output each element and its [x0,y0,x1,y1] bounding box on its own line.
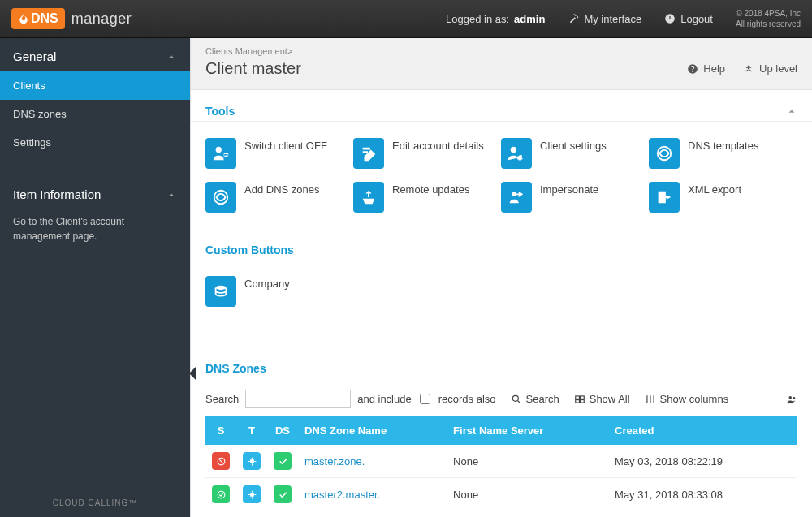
custom-button-company[interactable]: Company [197,269,345,313]
sidebar-section-item-info[interactable]: Item Information [0,176,190,209]
logout-link[interactable]: Logout [664,13,713,25]
svg-rect-15 [250,493,253,496]
svg-point-10 [789,395,793,399]
section-tools-header[interactable]: Tools [191,95,812,122]
status-off-icon [216,456,227,467]
flame-icon [18,13,29,24]
type-badge[interactable] [243,485,261,503]
type-icon [247,489,257,500]
export-icon [655,188,673,206]
content-area: Clients Management> Client master Help U… [190,38,812,517]
status-off-badge[interactable] [212,452,230,470]
group-icon-button[interactable] [786,394,797,405]
remote-updates-icon [360,188,378,206]
page-title: Client master [205,59,669,78]
svg-rect-8 [575,399,579,403]
check-icon [278,489,288,500]
zone-nameserver: None [447,478,608,511]
check-icon [278,456,288,467]
sidebar-item-clients[interactable]: Clients [0,71,190,100]
table-header-row: S T DS DNS Zone Name First Name Server C… [205,416,797,445]
sidebar-collapse-handle[interactable] [189,367,196,380]
tool-xml-export[interactable]: XML export [641,175,788,219]
zones-toolbar: Search and include records also Search S… [191,378,812,416]
type-icon [247,456,257,467]
sidebar-item-settings[interactable]: Settings [0,128,190,157]
up-level-link[interactable]: Up level [743,62,797,75]
svg-rect-7 [580,395,584,399]
svg-rect-6 [575,395,579,399]
up-level-icon [743,63,754,75]
col-name[interactable]: DNS Zone Name [298,416,447,445]
show-all-icon [574,394,585,405]
user-off-icon [212,144,230,162]
svg-rect-13 [250,459,253,463]
sidebar-footer: CLOUD CALLING™ [0,489,190,517]
globe-swirl-icon [655,144,673,162]
columns-icon [645,394,656,405]
col-nameserver[interactable]: First Name Server [447,416,608,445]
help-icon [687,63,698,75]
records-also-checkbox[interactable] [420,394,430,404]
search-button[interactable]: Search [511,393,559,405]
tool-remote-updates[interactable]: Remote updates [345,175,493,219]
status-on-icon [216,489,227,500]
dns-zones-table: S T DS DNS Zone Name First Name Server C… [205,416,797,511]
table-row: master2.master. None May 31, 2018 08:33:… [205,478,797,511]
svg-point-5 [512,395,518,401]
show-columns-button[interactable]: Show columns [645,393,729,405]
logged-in-label: Logged in as: admin [446,13,545,25]
people-icon [786,394,797,405]
logout-icon [664,13,676,24]
type-badge[interactable] [243,452,261,470]
search-input[interactable] [245,390,351,408]
tool-add-dns-zones[interactable]: Add DNS zones [197,175,345,219]
tool-edit-account[interactable]: Edit account details [345,131,493,175]
svg-rect-9 [580,399,584,403]
col-ds[interactable]: DS [267,416,298,445]
sidebar-item-info-text: Go to the Client's account management pa… [0,209,190,256]
svg-point-4 [216,286,227,291]
edit-icon [360,144,378,162]
stack-icon [212,282,230,300]
breadcrumb[interactable]: Clients Management> [205,46,797,56]
status-on-badge[interactable] [212,485,230,503]
tool-impersonate[interactable]: Impersonate [493,175,641,219]
sidebar-section-general[interactable]: General [0,38,190,71]
tool-client-settings[interactable]: Client settings [493,131,641,175]
my-interface-link[interactable]: My interface [568,13,641,25]
svg-point-14 [218,491,225,498]
impersonate-icon [508,188,525,206]
zone-name-link[interactable]: master2.master. [304,489,380,501]
logo-badge-text: DNS [31,11,58,26]
tool-switch-client-off[interactable]: Switch client OFF [197,131,345,175]
col-created[interactable]: Created [608,416,797,445]
chevron-up-icon [786,106,797,117]
svg-point-3 [512,192,517,197]
zone-name-link[interactable]: master.zone. [304,455,365,467]
globe-swirl-icon [212,188,230,206]
ds-badge[interactable] [274,485,292,503]
top-bar: DNS manager Logged in as: admin My inter… [0,0,812,38]
logo-suffix: manager [71,11,132,28]
svg-point-11 [793,396,796,399]
copyright-block: © 2018 4PSA, Inc All rights reserved [736,8,801,29]
search-icon [511,394,522,405]
wand-icon [568,13,579,24]
include-label: and include [357,393,412,405]
section-custom-buttons-header[interactable]: Custom Buttons [191,234,812,260]
app-logo[interactable]: DNS manager [11,8,132,29]
zone-nameserver: None [447,445,608,478]
help-link[interactable]: Help [687,62,725,75]
search-label: Search [205,393,239,405]
col-t[interactable]: T [236,416,267,445]
col-s[interactable]: S [205,416,236,445]
tool-dns-templates[interactable]: DNS templates [641,131,788,175]
sidebar: General Clients DNS zones Settings Item … [0,38,190,517]
show-all-button[interactable]: Show All [574,393,630,405]
sidebar-item-dns-zones[interactable]: DNS zones [0,100,190,128]
records-label: records also [438,393,496,405]
section-dns-zones-header[interactable]: DNS Zones [191,352,812,378]
ds-badge[interactable] [274,452,292,470]
zone-created: May 31, 2018 08:33:08 [608,478,797,511]
